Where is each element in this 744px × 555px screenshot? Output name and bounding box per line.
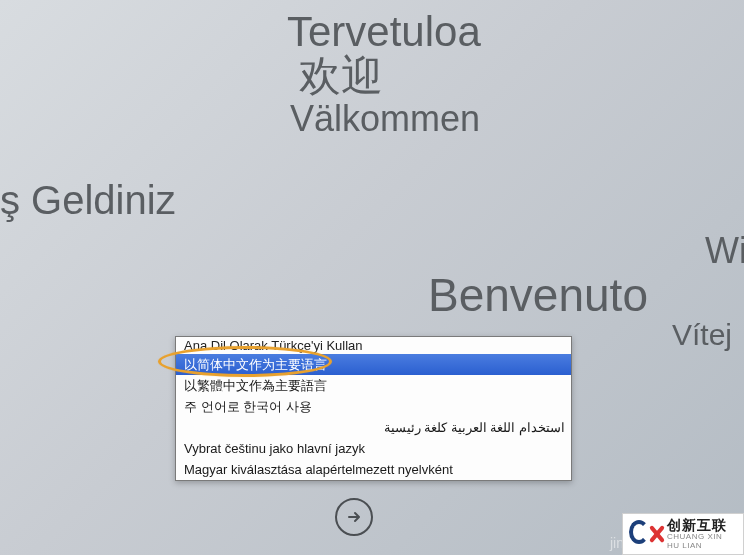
language-option[interactable]: 以简体中文作为主要语言 <box>176 354 571 375</box>
welcome-word: 欢迎 <box>299 48 383 104</box>
cx-logo-icon <box>629 518 661 550</box>
arrow-right-icon <box>346 509 362 525</box>
language-option[interactable]: 주 언어로 한국어 사용 <box>176 396 571 417</box>
welcome-word: Wi <box>705 230 744 272</box>
welcome-word: Välkommen <box>290 98 480 140</box>
continue-button[interactable] <box>335 498 373 536</box>
language-option[interactable]: استخدام اللغة العربية كلغة رئيسية <box>176 417 571 438</box>
welcome-word: Vítej <box>672 318 732 352</box>
language-option[interactable]: 以繁體中文作為主要語言 <box>176 375 571 396</box>
welcome-word: Benvenuto <box>428 268 648 322</box>
corner-watermark: 创新互联 CHUANG XIN HU LIAN <box>622 513 744 555</box>
corner-watermark-subtitle: CHUANG XIN HU LIAN <box>667 533 737 551</box>
language-option-cutoff[interactable]: Ana Dil Olarak Türkçe'yi Kullan <box>176 337 571 354</box>
welcome-word: ş Geldiniz <box>0 178 176 223</box>
corner-watermark-title: 创新互联 <box>667 518 737 533</box>
language-option[interactable]: Vybrat češtinu jako hlavní jazyk <box>176 438 571 459</box>
language-option[interactable]: Magyar kiválasztása alapértelmezett nyel… <box>176 459 571 480</box>
language-listbox[interactable]: Ana Dil Olarak Türkçe'yi Kullan 以简体中文作为主… <box>175 336 572 481</box>
